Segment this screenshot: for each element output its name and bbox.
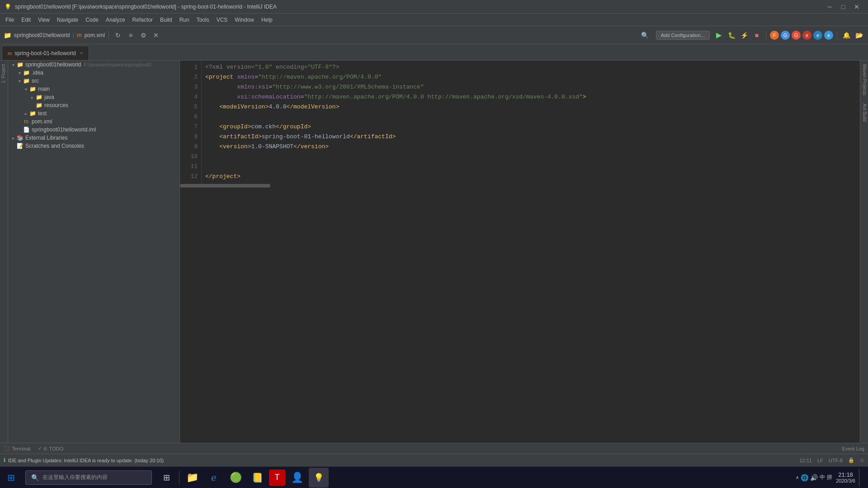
- close-panel-button[interactable]: ✕: [151, 30, 161, 41]
- taskbar-app-chrome[interactable]: 🟢: [226, 468, 245, 488]
- line-num-3: 3: [182, 82, 198, 92]
- icon-resources: 📁: [35, 102, 42, 108]
- menu-analyze[interactable]: Analyze: [102, 15, 129, 25]
- menu-vcs[interactable]: VCS: [213, 15, 231, 25]
- collapse-button[interactable]: ≡: [125, 30, 136, 41]
- taskbar-clock[interactable]: 21:18 2020/3/6: [836, 471, 855, 483]
- toolbar-separator-1: [108, 31, 109, 40]
- tab-spring-boot[interactable]: m spring-boot-01-helloworld ✕: [2, 46, 89, 60]
- terminal-button[interactable]: ⬛ Terminal: [4, 446, 31, 451]
- tree-item-idea[interactable]: ▾ 📁 .idea: [8, 69, 179, 77]
- browser-edge[interactable]: e: [824, 31, 833, 40]
- code-editor[interactable]: 1 2 3 4 5 6 7 8 9 10 11 12 <?xml version…: [180, 61, 860, 443]
- add-configuration-button[interactable]: Add Configuration...: [656, 31, 710, 40]
- taskbar-app-onenote[interactable]: 📒: [247, 468, 267, 488]
- toolbar: 📁 springboot01helloworld | m pom.xml ↻ ≡…: [0, 26, 868, 44]
- terminal-icon: ⬛: [4, 446, 10, 451]
- icon-root: 📁: [16, 61, 24, 68]
- tray-ime-zh[interactable]: 中: [820, 474, 825, 481]
- settings-button[interactable]: ⚙: [138, 30, 149, 41]
- search-everywhere-button[interactable]: 🔍: [640, 30, 651, 41]
- taskbar-app-explorer[interactable]: 📁: [182, 468, 202, 488]
- editor-hscroll[interactable]: [180, 183, 860, 188]
- browser-chrome-blue[interactable]: G: [781, 31, 790, 40]
- taskbar-search[interactable]: 🔍 在这里输入你要搜索的内容: [25, 470, 152, 485]
- tray-volume[interactable]: 🔊: [810, 474, 818, 481]
- menu-run[interactable]: Run: [176, 15, 193, 25]
- menu-help[interactable]: Help: [258, 15, 276, 25]
- cursor-position[interactable]: 12:11: [799, 458, 812, 463]
- run-with-coverage-button[interactable]: ⚡: [739, 30, 750, 41]
- app-icon: 💡: [5, 4, 11, 10]
- stop-button[interactable]: ■: [751, 30, 762, 41]
- browser-firefox[interactable]: F: [770, 31, 779, 40]
- editor-hscroll-thumb[interactable]: [180, 184, 270, 188]
- event-log-button[interactable]: Event Log: [842, 446, 864, 451]
- label-src: src: [32, 78, 39, 84]
- line-num-8: 8: [182, 132, 198, 142]
- todo-button[interactable]: ✓ 6: TODO: [38, 446, 64, 451]
- notification-button[interactable]: 🔔: [841, 30, 852, 41]
- sync-button[interactable]: ↻: [113, 30, 123, 41]
- browser-ie-blue[interactable]: e: [813, 31, 822, 40]
- tree-item-test[interactable]: ▸ 📁 test: [8, 109, 179, 117]
- minimize-button[interactable]: ─: [823, 2, 836, 11]
- line-separator[interactable]: LF: [817, 458, 823, 463]
- menu-view[interactable]: View: [34, 15, 53, 25]
- left-label-project[interactable]: 1: Project: [0, 61, 8, 87]
- taskbar-app-text[interactable]: T: [269, 469, 285, 486]
- browser-chrome-red[interactable]: G: [792, 31, 801, 40]
- tray-ime-pin[interactable]: 拼: [827, 474, 832, 481]
- close-button[interactable]: ✕: [850, 2, 863, 11]
- encoding[interactable]: UTF-8: [829, 458, 843, 463]
- menu-edit[interactable]: Edit: [18, 15, 34, 25]
- code-content[interactable]: <?xml version="1.0" encoding="UTF-8"?> <…: [202, 61, 860, 183]
- label-main: main: [38, 86, 50, 92]
- menu-navigate[interactable]: Navigate: [53, 15, 82, 25]
- maximize-button[interactable]: □: [836, 2, 850, 11]
- menu-code[interactable]: Code: [82, 15, 102, 25]
- menu-window[interactable]: Window: [231, 15, 258, 25]
- project-panel: ▾ 📁 springboot01helloworld F:\java\works…: [8, 61, 180, 443]
- tree-item-main[interactable]: ▾ 📁 main: [8, 85, 179, 93]
- arrow-src: ▾: [16, 79, 23, 84]
- start-button[interactable]: ⊞: [0, 467, 22, 488]
- taskbar-app-ie[interactable]: ℯ: [204, 468, 224, 488]
- pom-file[interactable]: pom.xml: [85, 32, 105, 38]
- file-open-button[interactable]: 📂: [854, 30, 864, 41]
- tree-item-iml[interactable]: 📄 springboot01helloworld.iml: [8, 126, 179, 134]
- menu-refactor[interactable]: Refactor: [129, 15, 156, 25]
- menu-tools[interactable]: Tools: [193, 15, 213, 25]
- project-name[interactable]: springboot01helloworld: [14, 32, 70, 38]
- tree-item-java[interactable]: ▸ 📁 java: [8, 93, 179, 101]
- icon-scratches: 📝: [16, 143, 24, 149]
- tree-item-ext-libs[interactable]: ▸ 📚 External Libraries: [8, 134, 179, 142]
- run-button[interactable]: ▶: [713, 30, 724, 41]
- arrow-main: ▾: [23, 87, 29, 92]
- line-num-2: 2: [182, 72, 198, 82]
- show-desktop-button[interactable]: [859, 469, 863, 487]
- menu-file[interactable]: File: [2, 15, 18, 25]
- tree-item-pom[interactable]: m pom.xml: [8, 117, 179, 126]
- tray-chevron[interactable]: ∧: [796, 475, 799, 480]
- todo-icon: ✓: [38, 446, 42, 451]
- label-pom: pom.xml: [32, 118, 52, 125]
- update-message[interactable]: IDE and Plugin Updates: IntelliJ IDEA is…: [8, 458, 164, 463]
- tab-icon-spring: m: [8, 51, 12, 56]
- arrow-java: ▸: [29, 95, 35, 100]
- browser-ie-red[interactable]: e: [802, 31, 811, 40]
- task-view-button[interactable]: ⊞: [156, 468, 176, 488]
- taskbar-app-intellij[interactable]: 💡: [309, 468, 329, 488]
- tray-network[interactable]: 🌐: [801, 474, 808, 481]
- tree-item-src[interactable]: ▾ 📁 src: [8, 77, 179, 85]
- tab-close-spring[interactable]: ✕: [80, 51, 83, 56]
- tree-item-resources[interactable]: 📁 resources: [8, 101, 179, 109]
- debug-button[interactable]: 🐛: [726, 30, 737, 41]
- taskbar-app-user[interactable]: 👤: [287, 468, 307, 488]
- right-label-maven[interactable]: Maven Projects: [860, 61, 868, 99]
- menu-build[interactable]: Build: [156, 15, 176, 25]
- active-project: 📁 springboot01helloworld | m pom.xml: [4, 32, 105, 39]
- tree-item-scratches[interactable]: 📝 Scratches and Consoles: [8, 142, 179, 150]
- right-label-ant[interactable]: Ant Build: [860, 100, 868, 125]
- tree-item-root[interactable]: ▾ 📁 springboot01helloworld F:\java\works…: [8, 61, 179, 69]
